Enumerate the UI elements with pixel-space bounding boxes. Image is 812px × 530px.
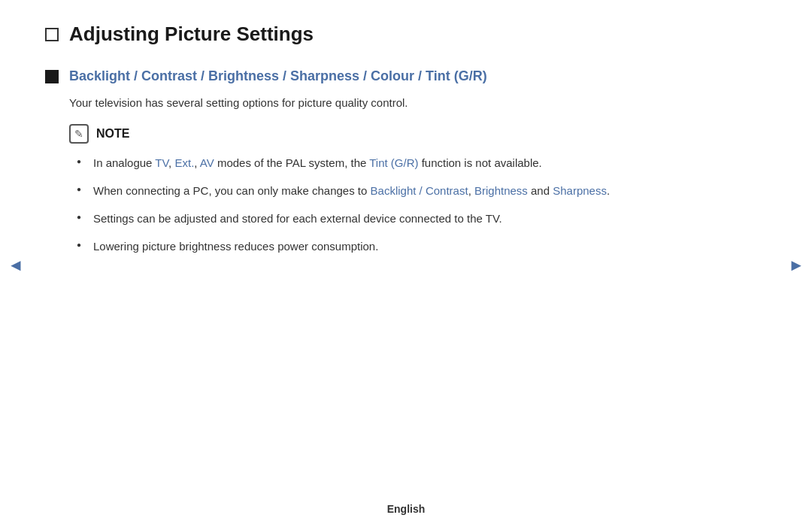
nav-arrow-right[interactable]: ►: [788, 256, 804, 275]
footer: English: [0, 503, 812, 515]
list-item: Lowering picture brightness reduces powe…: [77, 238, 767, 255]
section-content: Backlight / Contrast / Brightness / Shar…: [69, 67, 767, 266]
highlight-tv: TV: [155, 156, 168, 169]
highlight-av: AV: [200, 156, 214, 169]
page-title-row: Adjusting Picture Settings: [45, 23, 767, 46]
highlight-tint: Tint (G/R): [369, 156, 418, 169]
list-item: When connecting a PC, you can only make …: [77, 182, 767, 199]
footer-language: English: [387, 503, 426, 515]
highlight-sharpness: Sharpness: [553, 184, 607, 197]
highlight-ext: Ext.: [174, 156, 194, 169]
list-item: Settings can be adjusted and stored for …: [77, 210, 767, 227]
section-bullet-icon: [45, 70, 59, 83]
highlight-backlight-contrast: Backlight / Contrast: [371, 184, 468, 197]
main-section: Backlight / Contrast / Brightness / Shar…: [45, 67, 767, 266]
page-title: Adjusting Picture Settings: [69, 23, 314, 46]
page-container: Adjusting Picture Settings Backlight / C…: [0, 0, 812, 530]
note-icon: [69, 124, 89, 144]
list-item: In analogue TV, Ext., AV modes of the PA…: [77, 154, 767, 171]
section-description: Your television has several setting opti…: [69, 95, 767, 112]
bullet-list: In analogue TV, Ext., AV modes of the PA…: [69, 154, 767, 256]
nav-arrow-left[interactable]: ◄: [8, 256, 24, 275]
note-label: NOTE: [96, 124, 129, 144]
highlight-brightness: Brightness: [474, 184, 528, 197]
note-box: NOTE: [69, 124, 767, 144]
title-checkbox-icon: [45, 28, 59, 41]
section-heading: Backlight / Contrast / Brightness / Shar…: [69, 67, 767, 86]
